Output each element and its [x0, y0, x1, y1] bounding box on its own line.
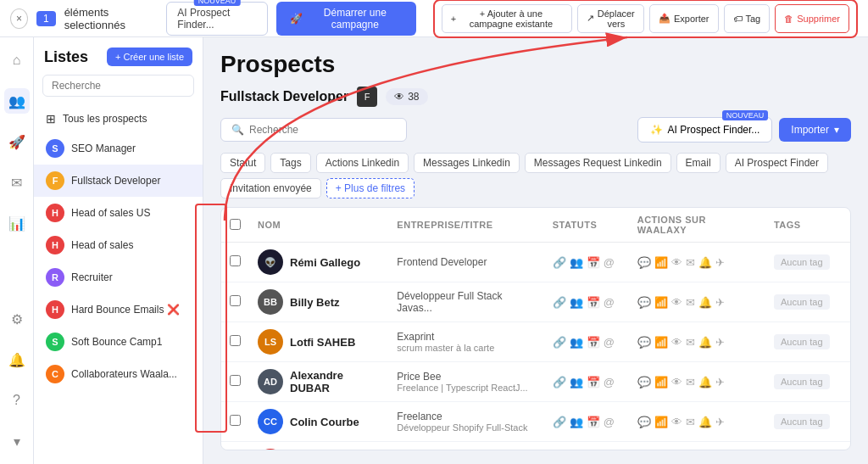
signal-icon[interactable]: 📶: [654, 376, 668, 389]
sidebar-item-head-sales-us[interactable]: H Head of sales US: [34, 197, 203, 229]
chat-icon[interactable]: 💬: [637, 336, 651, 349]
group-icon[interactable]: 👥: [570, 376, 583, 389]
filter-tab-ai-prospect[interactable]: AI Prospect Finder: [726, 153, 828, 173]
nav-settings[interactable]: ⚙: [4, 306, 30, 332]
filter-tab-email[interactable]: Email: [676, 153, 721, 173]
delete-btn[interactable]: 🗑 Supprimer: [775, 4, 849, 33]
nav-users[interactable]: 👥: [4, 88, 30, 114]
calendar-icon[interactable]: 📅: [587, 336, 600, 349]
send-icon[interactable]: ✈: [715, 296, 725, 309]
row-checkbox-2[interactable]: [230, 295, 241, 306]
main-search-input[interactable]: [249, 124, 396, 136]
envelope-icon[interactable]: ✉: [686, 336, 695, 349]
filter-tab-messages-request[interactable]: Messages Request Linkedin: [525, 153, 671, 173]
sidebar-item-all[interactable]: ⊞ Tous les prospects: [34, 105, 203, 132]
signal-icon[interactable]: 📶: [654, 256, 668, 269]
sidebar-item-collaborateurs[interactable]: C Collaborateurs Waala...: [34, 358, 203, 390]
nav-help[interactable]: ?: [4, 388, 30, 413]
bell-icon[interactable]: 🔔: [698, 336, 712, 349]
bell-icon[interactable]: 🔔: [698, 416, 712, 428]
ai-prospect-btn-top[interactable]: NOUVEAU AI Prospect Finder...: [166, 2, 268, 36]
close-btn[interactable]: ×: [10, 8, 28, 29]
signal-icon[interactable]: 📶: [654, 296, 668, 309]
bell-icon[interactable]: 🔔: [698, 296, 712, 309]
envelope-icon[interactable]: ✉: [686, 416, 695, 428]
create-list-btn[interactable]: + Créer une liste: [107, 48, 192, 66]
col-header-entreprise: ENTREPRISE/TITRE: [388, 208, 543, 243]
group-icon[interactable]: 👥: [570, 256, 583, 269]
sidebar-item-soft-bounce[interactable]: S Soft Bounce Camp1: [34, 326, 203, 358]
select-all-checkbox[interactable]: [230, 219, 241, 230]
at-icon[interactable]: @: [604, 416, 615, 428]
row-checkbox-4[interactable]: [230, 375, 241, 386]
eye-icon: 👁: [394, 91, 404, 103]
more-filters-btn[interactable]: + Plus de filtres: [326, 178, 415, 198]
link-icon[interactable]: 🔗: [553, 336, 566, 349]
filter-tab-invitation[interactable]: Invitation envoyée: [220, 178, 321, 198]
ai-prospect-btn[interactable]: NOUVEAU ✨ AI Prospect Finder...: [637, 117, 773, 143]
export-btn[interactable]: 📤 Exporter: [649, 4, 719, 33]
envelope-icon[interactable]: ✉: [686, 296, 695, 309]
start-campaign-btn[interactable]: 🚀 Démarrer une campagne: [276, 2, 416, 36]
eye-icon[interactable]: 👁: [671, 416, 682, 428]
envelope-icon[interactable]: ✉: [686, 256, 695, 269]
group-icon[interactable]: 👥: [570, 296, 583, 309]
tag-btn[interactable]: 🏷 Tag: [724, 4, 771, 33]
sidebar-item-icon-head-sales: H: [46, 236, 64, 254]
send-icon[interactable]: ✈: [715, 336, 725, 349]
at-icon[interactable]: @: [604, 256, 615, 269]
link-icon[interactable]: 🔗: [553, 416, 566, 428]
nav-mail[interactable]: ✉: [4, 170, 30, 195]
add-campaign-btn[interactable]: + + Ajouter à une campagne existante: [442, 4, 572, 33]
eye-icon[interactable]: 👁: [671, 376, 682, 389]
nav-home[interactable]: ⌂: [4, 48, 30, 73]
calendar-icon[interactable]: 📅: [587, 256, 600, 269]
row-checkbox-5[interactable]: [230, 415, 241, 426]
at-icon[interactable]: @: [604, 336, 615, 349]
eye-icon[interactable]: 👁: [671, 296, 682, 309]
sidebar-item-head-sales[interactable]: H Head of sales: [34, 229, 203, 261]
group-icon[interactable]: 👥: [570, 416, 583, 428]
sidebar-search-input[interactable]: [42, 75, 194, 97]
row-checkbox-1[interactable]: [230, 255, 241, 266]
eye-icon[interactable]: 👁: [671, 336, 682, 349]
sidebar-item-fullstack[interactable]: F Fullstack Developer: [34, 165, 203, 197]
bell-icon[interactable]: 🔔: [698, 376, 712, 389]
filter-tab-messages-linkedin[interactable]: Messages Linkedin: [414, 153, 520, 173]
envelope-icon[interactable]: ✉: [686, 376, 695, 389]
sidebar-item-seo[interactable]: S SEO Manager: [34, 132, 203, 165]
sidebar-item-hard-bounce[interactable]: H Hard Bounce Emails ❌: [34, 293, 203, 326]
at-icon[interactable]: @: [604, 296, 615, 309]
eye-icon[interactable]: 👁: [671, 256, 682, 269]
calendar-icon[interactable]: 📅: [587, 296, 600, 309]
at-icon[interactable]: @: [604, 376, 615, 389]
filter-tab-statut[interactable]: Statut: [220, 153, 265, 173]
send-icon[interactable]: ✈: [715, 376, 725, 389]
signal-icon[interactable]: 📶: [654, 416, 668, 428]
link-icon[interactable]: 🔗: [553, 296, 566, 309]
nav-expand[interactable]: ▾: [4, 428, 30, 454]
signal-icon[interactable]: 📶: [654, 336, 668, 349]
move-btn[interactable]: ↗ Déplacer vers: [577, 4, 644, 33]
prospect-name-cell: LS Lotfi SAHEB: [258, 329, 380, 355]
calendar-icon[interactable]: 📅: [587, 416, 600, 428]
nav-rocket[interactable]: 🚀: [4, 129, 30, 154]
import-btn[interactable]: Importer ▾: [779, 118, 851, 142]
nav-chart[interactable]: 📊: [4, 210, 30, 236]
send-icon[interactable]: ✈: [715, 416, 725, 428]
calendar-icon[interactable]: 📅: [587, 376, 600, 389]
row-checkbox-3[interactable]: [230, 335, 241, 346]
filter-tab-tags[interactable]: Tags: [270, 153, 310, 173]
chat-icon[interactable]: 💬: [637, 416, 651, 428]
chat-icon[interactable]: 💬: [637, 376, 651, 389]
chat-icon[interactable]: 💬: [637, 296, 651, 309]
chat-icon[interactable]: 💬: [637, 256, 651, 269]
filter-tab-actions-linkedin[interactable]: Actions Linkedin: [316, 153, 409, 173]
nav-bell[interactable]: 🔔: [4, 347, 30, 372]
group-icon[interactable]: 👥: [570, 336, 583, 349]
link-icon[interactable]: 🔗: [553, 256, 566, 269]
link-icon[interactable]: 🔗: [553, 376, 566, 389]
send-icon[interactable]: ✈: [715, 256, 725, 269]
bell-icon[interactable]: 🔔: [698, 256, 712, 269]
sidebar-item-recruiter[interactable]: R Recruiter: [34, 261, 203, 293]
